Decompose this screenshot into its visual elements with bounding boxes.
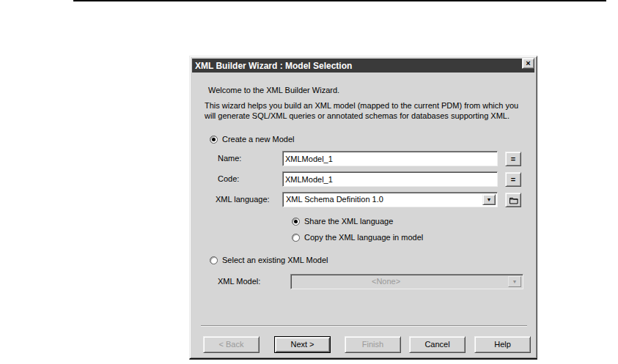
xml-model-combobox[interactable]: <None> ▼ — [290, 274, 523, 289]
next-button[interactable]: Next > — [274, 336, 331, 353]
folder-icon — [509, 196, 518, 204]
code-label: Code: — [218, 174, 239, 183]
page-top-rule — [73, 0, 606, 1]
code-input[interactable] — [282, 171, 498, 187]
help-button[interactable]: Help — [474, 336, 531, 353]
name-equals-button[interactable]: = — [505, 152, 521, 166]
radio-copy-label: Copy the XML language in model — [304, 233, 423, 242]
xml-model-label: XML Model: — [218, 277, 260, 286]
dialog-title: XML Builder Wizard : Model Selection — [192, 61, 352, 71]
code-equals-button[interactable]: = — [505, 172, 521, 187]
radio-create-label: Create a new Model — [222, 135, 294, 144]
xml-model-dropdown-button[interactable]: ▼ — [508, 276, 521, 287]
radio-existing-label: Select an existing XML Model — [222, 256, 328, 264]
finish-button[interactable]: Finish — [345, 336, 401, 353]
page-canvas: XML Builder Wizard : Model Selection × W… — [0, 0, 618, 364]
name-label: Name: — [218, 154, 241, 163]
close-button[interactable]: × — [522, 58, 534, 69]
radio-selected-icon — [292, 218, 300, 226]
dialog-titlebar: XML Builder Wizard : Model Selection — [192, 59, 534, 73]
cancel-button[interactable]: Cancel — [409, 336, 466, 353]
equals-icon: = — [511, 175, 515, 184]
xml-model-value: <None> — [372, 275, 400, 289]
xml-builder-wizard-dialog: XML Builder Wizard : Model Selection × W… — [189, 56, 537, 360]
back-button[interactable]: < Back — [203, 336, 260, 353]
radio-unselected-icon — [292, 234, 300, 242]
xml-language-dropdown-button[interactable]: ▼ — [482, 194, 496, 205]
intro-line-3: will generate SQL/XML queries or annotat… — [205, 111, 510, 120]
name-input[interactable] — [282, 151, 498, 166]
xml-language-combobox[interactable]: XML Schema Definition 1.0 ▼ — [282, 192, 498, 207]
radio-selected-icon — [210, 135, 218, 144]
browse-language-button[interactable] — [505, 193, 521, 207]
chevron-down-icon: ▼ — [512, 279, 518, 284]
intro-line-1: Welcome to the XML Builder Wizard. — [208, 86, 339, 94]
close-icon: × — [526, 59, 530, 67]
equals-icon: = — [511, 155, 515, 163]
intro-line-2: This wizard helps you build an XML model… — [205, 101, 518, 110]
xml-language-label: XML language: — [216, 195, 270, 204]
radio-share-label: Share the XML language — [304, 217, 393, 226]
radio-unselected-icon — [210, 256, 218, 264]
xml-language-value: XML Schema Definition 1.0 — [286, 193, 383, 207]
button-separator — [201, 325, 527, 327]
chevron-down-icon: ▼ — [487, 197, 492, 202]
